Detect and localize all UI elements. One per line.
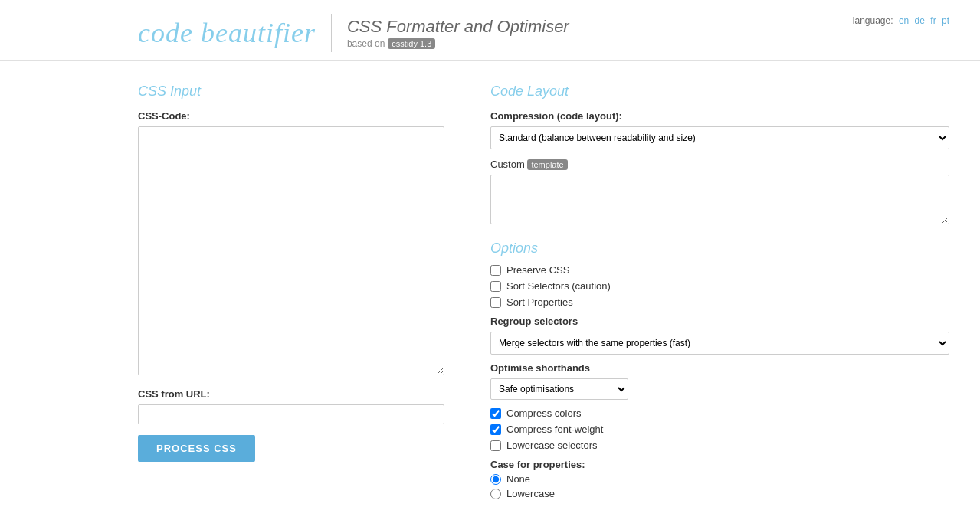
app-title: CSS Formatter and Optimiser [347,17,569,37]
compress-fontweight-checkbox[interactable] [490,424,501,435]
case-none-row: None [490,473,949,485]
case-lower-radio[interactable] [490,489,501,499]
css-url-label: CSS from URL: [138,388,444,400]
optimise-select[interactable]: Safe optimisations No optimisations All … [490,378,628,400]
lang-pt[interactable]: pt [942,15,949,26]
regroup-label: Regroup selectors [490,316,949,327]
sort-selectors-checkbox[interactable] [490,281,501,292]
header-divider [331,14,332,52]
compress-colors-row: Compress colors [490,407,949,419]
css-input-title: CSS Input [138,83,444,100]
css-code-label: CSS-Code: [138,110,444,122]
left-column: CSS Input CSS-Code: CSS from URL: PROCES… [138,83,444,502]
lowercase-selectors-label: Lowercase selectors [506,440,598,451]
csstidy-version: csstidy 1.3 [388,38,435,49]
case-none-radio[interactable] [490,474,501,485]
sort-properties-label: Sort Properties [506,296,573,308]
css-url-input[interactable] [138,404,444,424]
template-badge: template [527,159,567,170]
optimise-label: Optimise shorthands [490,362,949,374]
sort-selectors-row: Sort Selectors (caution) [490,280,949,292]
case-lower-row: Lowercase [490,488,949,499]
language-nav: language: en de fr pt [853,15,949,26]
custom-label: Custom template [490,159,949,170]
compress-fontweight-label: Compress font-weight [506,424,603,435]
custom-template-input[interactable] [490,175,949,224]
process-css-button[interactable]: PROCESS CSS [138,435,255,462]
compress-colors-checkbox[interactable] [490,408,501,419]
preserve-css-row: Preserve CSS [490,264,949,276]
lang-en[interactable]: en [899,15,909,26]
language-label: language: [853,15,893,26]
case-label: Case for properties: [490,459,949,470]
lang-de[interactable]: de [915,15,925,26]
regroup-select[interactable]: Merge selectors with the same properties… [490,332,949,355]
compress-colors-label: Compress colors [506,407,582,419]
case-none-label: None [506,473,530,485]
main: CSS Input CSS-Code: CSS from URL: PROCES… [0,61,980,507]
compression-label: Compression (code layout): [490,110,949,122]
logo: code beautifier [138,17,316,49]
case-lower-label: Lowercase [506,488,555,499]
compress-fontweight-row: Compress font-weight [490,424,949,435]
lowercase-selectors-row: Lowercase selectors [490,440,949,451]
code-layout-title: Code Layout [490,83,949,100]
lowercase-selectors-checkbox[interactable] [490,440,501,451]
right-column: Code Layout Compression (code layout): S… [490,83,949,502]
compression-select[interactable]: Standard (balance between readability an… [490,126,949,149]
options-section: Options Preserve CSS Sort Selectors (cau… [490,240,949,499]
options-title: Options [490,240,949,257]
preserve-css-label: Preserve CSS [506,264,569,276]
sort-properties-row: Sort Properties [490,296,949,308]
preserve-css-checkbox[interactable] [490,265,501,276]
csstidy-badge: based on csstidy 1.3 [347,38,435,49]
sort-selectors-label: Sort Selectors (caution) [506,280,611,292]
css-code-input[interactable] [138,126,444,375]
lang-fr[interactable]: fr [930,15,936,26]
based-on-text: based on [347,38,385,49]
sort-properties-checkbox[interactable] [490,297,501,308]
header-right: CSS Formatter and Optimiser based on css… [347,17,569,49]
header: code beautifier CSS Formatter and Optimi… [0,0,980,61]
